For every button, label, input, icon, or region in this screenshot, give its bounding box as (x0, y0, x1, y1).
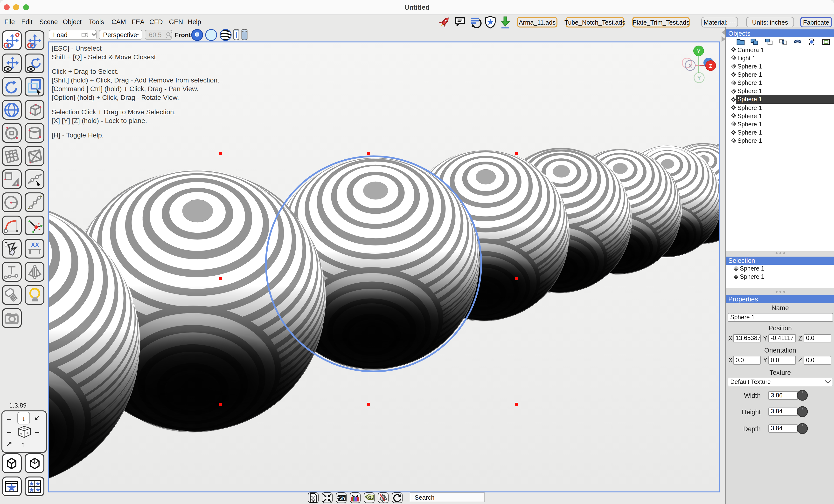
svg-text:Y: Y (697, 48, 700, 54)
svg-text:5: 5 (4, 240, 8, 248)
svg-text:Y: Y (697, 75, 701, 81)
svg-text:Z: Z (709, 63, 712, 69)
svg-text:G: G (368, 495, 371, 499)
svg-text:Sh: Sh (339, 495, 345, 500)
svg-text:XX: XX (31, 241, 39, 248)
svg-text:X: X (688, 63, 692, 69)
